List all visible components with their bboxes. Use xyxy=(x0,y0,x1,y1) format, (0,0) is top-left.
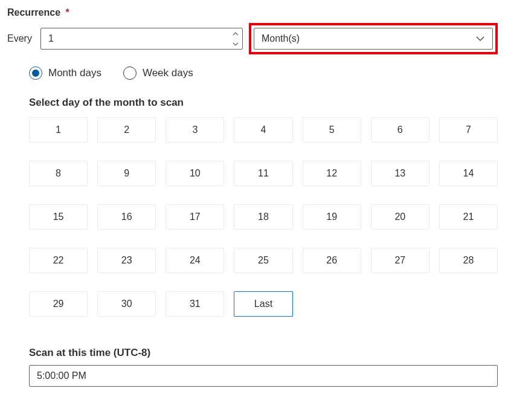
radio-week-days[interactable]: Week days xyxy=(123,66,193,80)
spinner-down-button[interactable] xyxy=(229,39,242,49)
day-cell[interactable]: 28 xyxy=(439,248,498,273)
day-cell[interactable]: 1 xyxy=(29,117,88,143)
radio-circle-icon xyxy=(123,66,137,80)
recurrence-title-text: Recurrence xyxy=(7,7,60,18)
radio-month-days[interactable]: Month days xyxy=(29,66,101,80)
day-cell[interactable]: 7 xyxy=(439,117,498,143)
recurrence-title: Recurrence * xyxy=(7,7,498,18)
day-cell[interactable]: 11 xyxy=(234,161,292,186)
radio-month-days-label: Month days xyxy=(48,67,101,79)
select-day-title: Select day of the month to scan xyxy=(29,97,498,109)
spinner-buttons xyxy=(229,28,242,49)
chevron-up-icon xyxy=(233,32,239,36)
day-cell[interactable]: 18 xyxy=(234,204,292,230)
day-cell[interactable]: 19 xyxy=(303,204,361,230)
day-cell[interactable]: 14 xyxy=(439,161,498,186)
day-cell[interactable]: 6 xyxy=(371,117,429,143)
unit-dropdown-value: Month(s) xyxy=(262,33,300,44)
required-asterisk: * xyxy=(66,7,69,18)
every-row: Every Month(s) xyxy=(7,23,498,54)
every-count-spinner[interactable] xyxy=(40,28,243,50)
day-cell[interactable]: 5 xyxy=(303,117,361,143)
day-cell[interactable]: 17 xyxy=(166,204,224,230)
day-cell[interactable]: 21 xyxy=(439,204,498,230)
scan-time-input[interactable] xyxy=(29,365,498,387)
day-cell[interactable]: 25 xyxy=(234,248,292,273)
radio-dot-icon xyxy=(32,69,39,77)
month-days-subsection: Select day of the month to scan 12345678… xyxy=(7,97,498,387)
day-cell[interactable]: 10 xyxy=(166,161,224,186)
day-cell[interactable]: 3 xyxy=(166,117,224,143)
day-cell[interactable]: Last xyxy=(234,291,292,317)
day-cell[interactable]: 22 xyxy=(29,248,88,273)
every-label: Every xyxy=(7,33,32,44)
every-count-input[interactable] xyxy=(40,28,243,50)
day-cell[interactable]: 29 xyxy=(29,291,88,317)
chevron-down-icon xyxy=(474,33,486,45)
day-cell[interactable]: 30 xyxy=(97,291,156,317)
radio-circle-selected-icon xyxy=(29,66,42,80)
day-cell[interactable]: 26 xyxy=(303,248,361,273)
day-cell[interactable]: 23 xyxy=(97,248,156,273)
spinner-up-button[interactable] xyxy=(229,28,242,39)
day-cell[interactable]: 4 xyxy=(234,117,292,143)
day-cell[interactable]: 20 xyxy=(371,204,429,230)
scan-time-field xyxy=(29,365,498,387)
scan-time-label: Scan at this time (UTC-8) xyxy=(29,347,498,359)
chevron-down-icon xyxy=(233,42,239,46)
day-cell[interactable]: 13 xyxy=(371,161,429,186)
radio-week-days-label: Week days xyxy=(143,67,193,79)
day-cell[interactable]: 24 xyxy=(166,248,224,273)
day-cell[interactable]: 9 xyxy=(97,161,156,186)
day-cell[interactable]: 16 xyxy=(97,204,156,230)
days-grid: 1234567891011121314151617181920212223242… xyxy=(29,117,498,317)
day-cell[interactable]: 2 xyxy=(97,117,156,143)
day-cell[interactable]: 27 xyxy=(371,248,429,273)
day-type-radio-group: Month days Week days xyxy=(7,66,498,80)
day-cell[interactable]: 31 xyxy=(166,291,224,317)
unit-dropdown-highlight: Month(s) xyxy=(249,23,498,54)
day-cell[interactable]: 12 xyxy=(303,161,361,186)
day-cell[interactable]: 8 xyxy=(29,161,88,186)
unit-dropdown[interactable]: Month(s) xyxy=(254,28,493,50)
day-cell[interactable]: 15 xyxy=(29,204,88,230)
